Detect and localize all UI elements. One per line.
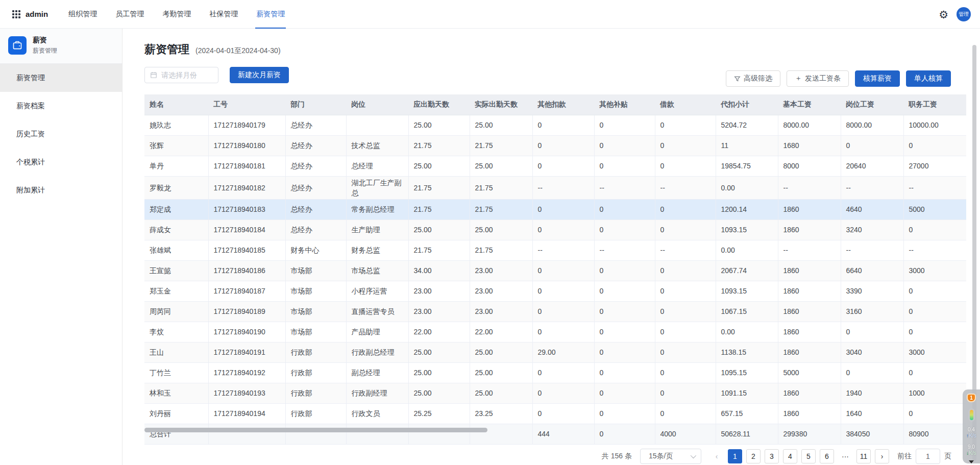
table-cell: 21.75 bbox=[470, 240, 532, 260]
table-cell: 23.00 bbox=[408, 301, 470, 322]
table-cell: 1712718940180 bbox=[208, 135, 285, 156]
page-size-value: 15条/页 bbox=[649, 452, 673, 461]
goto-page-input[interactable] bbox=[916, 449, 940, 464]
page-button-4[interactable]: 4 bbox=[783, 449, 797, 463]
table-row-0[interactable]: 姚玖志1712718940179总经办25.0025.000005204.728… bbox=[144, 115, 966, 135]
sidebar-item-2[interactable]: 历史工资 bbox=[0, 120, 122, 148]
table-cell: 1860 bbox=[778, 322, 841, 342]
page-button-6[interactable]: 6 bbox=[820, 449, 834, 463]
table-cell: 1860 bbox=[778, 260, 841, 281]
table-cell: 产品助理 bbox=[346, 322, 408, 342]
table-cell: 总经办 bbox=[285, 115, 346, 135]
table-row-7[interactable]: 王宣懿1712718940186市场部市场总监34.0023.000002067… bbox=[144, 260, 966, 281]
page-button-11[interactable]: 11 bbox=[856, 449, 871, 463]
upload-speed: 0.4 ↑K/s bbox=[966, 427, 976, 439]
total-cell: 80900 bbox=[903, 424, 966, 444]
table-cell: 0 bbox=[655, 322, 716, 342]
total-cell: 0 bbox=[594, 424, 655, 444]
table-row-5[interactable]: 薛成女1712718940184总经办生产助理25.0025.000001093… bbox=[144, 219, 966, 240]
table-cell: 市场部 bbox=[285, 322, 346, 342]
table-cell: 总经办 bbox=[285, 156, 346, 176]
brand-admin[interactable]: admin bbox=[26, 10, 48, 18]
table-cell: 林和玉 bbox=[144, 383, 208, 403]
page-button-3[interactable]: 3 bbox=[765, 449, 779, 463]
module-title: 薪资 bbox=[33, 36, 57, 45]
page-button-5[interactable]: 5 bbox=[801, 449, 816, 463]
nav-tab-3[interactable]: 社保管理 bbox=[203, 0, 244, 29]
network-speed-widget[interactable]: 1 0.4 ↑K/s 9.0 ↓K/s bbox=[963, 389, 980, 463]
sidebar-item-4[interactable]: 附加累计 bbox=[0, 176, 122, 204]
plus-icon: ＋ bbox=[795, 74, 802, 83]
table-row-1[interactable]: 张辉1712718940180总经办技术总监21.7521.7500011168… bbox=[144, 135, 966, 156]
user-avatar[interactable]: 管理 bbox=[957, 7, 971, 21]
new-month-salary-button[interactable]: 新建次月薪资 bbox=[230, 67, 289, 83]
table-cell: 8000 bbox=[778, 156, 841, 176]
sidebar-item-3[interactable]: 个税累计 bbox=[0, 148, 122, 176]
table-cell: 5000 bbox=[903, 199, 966, 219]
single-calc-button[interactable]: 单人核算 bbox=[906, 70, 951, 87]
table-row-14[interactable]: 刘丹丽1712718940194行政部行政文员25.2523.25000657.… bbox=[144, 403, 966, 424]
table-row-6[interactable]: 张雄斌1712718940185财务中心财务总监21.7521.75------… bbox=[144, 240, 966, 260]
nav-tab-1[interactable]: 员工管理 bbox=[109, 0, 150, 29]
pager-ellipsis[interactable]: ··· bbox=[838, 449, 852, 463]
nav-tab-0[interactable]: 组织管理 bbox=[62, 0, 103, 29]
table-cell: 0 bbox=[655, 301, 716, 322]
table-cell: 0 bbox=[594, 322, 655, 342]
table-cell: 25.00 bbox=[470, 362, 532, 383]
table-cell: 3240 bbox=[841, 219, 903, 240]
horizontal-scrollbar[interactable] bbox=[144, 428, 487, 432]
prev-page-button[interactable]: ‹ bbox=[709, 449, 724, 463]
sidebar-item-1[interactable]: 薪资档案 bbox=[0, 92, 122, 120]
send-payslip-button[interactable]: ＋ 发送工资条 bbox=[787, 70, 849, 87]
page-title: 薪资管理 bbox=[144, 42, 189, 57]
table-cell: 1712718940189 bbox=[208, 301, 285, 322]
table-row-9[interactable]: 周芮同1712718940189市场部直播运营专员23.0023.0000010… bbox=[144, 301, 966, 322]
table-row-11[interactable]: 王山1712718940191行政部行政副总经理25.0025.0029.000… bbox=[144, 342, 966, 362]
table-cell: 0 bbox=[655, 342, 716, 362]
table-row-4[interactable]: 郑定成1712718940183总经办常务副总经理21.7521.7500012… bbox=[144, 199, 966, 219]
total-cell: 50628.11 bbox=[716, 424, 778, 444]
table-cell: 21.75 bbox=[408, 135, 470, 156]
table-row-12[interactable]: 丁竹兰1712718940192行政部副总经理25.0025.000001095… bbox=[144, 362, 966, 383]
table-cell: 22.00 bbox=[408, 322, 470, 342]
main-content: 薪资管理 (2024-04-01至2024-04-30) 高级筛选 ＋ 发送工资… bbox=[122, 29, 980, 465]
table-cell: 罗毅龙 bbox=[144, 176, 208, 199]
apps-grid-icon[interactable] bbox=[12, 10, 20, 18]
column-header: 岗位 bbox=[346, 94, 408, 115]
table-cell: 总经办 bbox=[285, 176, 346, 199]
table-cell: 25.00 bbox=[408, 383, 470, 403]
table-cell: 副总经理 bbox=[346, 362, 408, 383]
calc-salary-button[interactable]: 核算薪资 bbox=[855, 70, 900, 87]
table-cell: 0 bbox=[532, 156, 594, 176]
table-cell: 0 bbox=[594, 301, 655, 322]
advanced-filter-button[interactable]: 高级筛选 bbox=[726, 70, 780, 87]
page-size-select[interactable]: 15条/页 bbox=[640, 449, 701, 464]
table-cell: 34.00 bbox=[408, 260, 470, 281]
next-page-button[interactable]: › bbox=[875, 449, 889, 463]
table-cell: -- bbox=[841, 176, 903, 199]
sidebar-item-0[interactable]: 薪资管理 bbox=[0, 64, 122, 92]
table-cell: 张辉 bbox=[144, 135, 208, 156]
table-cell: 8000.00 bbox=[778, 115, 841, 135]
table-cell: 23.00 bbox=[470, 301, 532, 322]
table-cell: 0 bbox=[532, 362, 594, 383]
month-picker-input[interactable] bbox=[161, 71, 213, 79]
month-picker[interactable] bbox=[144, 67, 218, 83]
table-cell: 10000.00 bbox=[903, 115, 966, 135]
settings-gear-icon[interactable]: ⚙ bbox=[939, 9, 948, 20]
page-button-1[interactable]: 1 bbox=[728, 449, 742, 463]
table-cell: 25.25 bbox=[408, 403, 470, 424]
table-row-8[interactable]: 郑玉金1712718940187市场部小程序运营23.0023.00000109… bbox=[144, 281, 966, 301]
table-row-10[interactable]: 李炆1712718940190市场部产品助理22.0022.000000.001… bbox=[144, 322, 966, 342]
table-cell: 0 bbox=[903, 362, 966, 383]
table-row-3[interactable]: 罗毅龙1712718940182总经办湖北工厂生产副总21.7521.75---… bbox=[144, 176, 966, 199]
table-cell: 23.25 bbox=[470, 403, 532, 424]
table-cell: 1860 bbox=[778, 301, 841, 322]
table-cell: 单丹 bbox=[144, 156, 208, 176]
nav-tab-2[interactable]: 考勤管理 bbox=[156, 0, 197, 29]
table-row-2[interactable]: 单丹1712718940181总经办总经理25.0025.0000019854.… bbox=[144, 156, 966, 176]
page-button-2[interactable]: 2 bbox=[746, 449, 761, 463]
table-cell: -- bbox=[841, 240, 903, 260]
nav-tab-4[interactable]: 薪资管理 bbox=[250, 0, 291, 29]
table-row-13[interactable]: 林和玉1712718940193行政部行政副经理25.0025.00000109… bbox=[144, 383, 966, 403]
